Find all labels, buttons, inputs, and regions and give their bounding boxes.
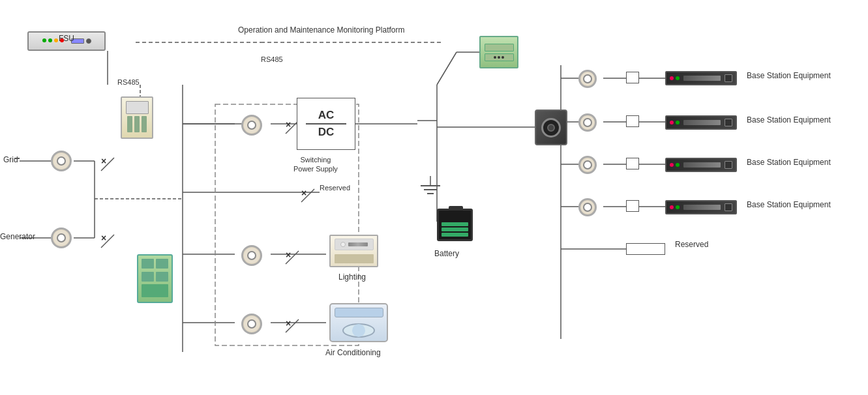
rs485-label-2: RS485 xyxy=(261,55,283,63)
bs2-ct-sensor xyxy=(578,113,597,132)
ac-label: AC xyxy=(318,109,335,122)
rs485-label-1: RS485 xyxy=(117,78,140,86)
bs1-label: Base Station Equipment xyxy=(747,71,831,80)
svg-text:×: × xyxy=(286,318,291,329)
bs2-label: Base Station Equipment xyxy=(747,115,831,124)
bs1-connector xyxy=(626,72,639,83)
fsu-light-green2 xyxy=(48,38,52,42)
rtu-box xyxy=(479,36,518,68)
bs1-light2 xyxy=(676,76,680,80)
svg-text:×: × xyxy=(286,119,291,130)
svg-text:×: × xyxy=(301,188,307,198)
fsu-light-amber xyxy=(54,38,58,42)
air-conditioning-device xyxy=(329,303,388,342)
switching-ct-sensor xyxy=(241,115,262,136)
battery-device xyxy=(437,209,473,244)
bs4-ct-sensor xyxy=(578,198,597,216)
base-station-3 xyxy=(665,158,737,172)
bs2-light xyxy=(670,121,674,124)
battery-label: Battery xyxy=(434,249,459,258)
bs4-connector xyxy=(626,200,639,212)
fsu-device: FSU xyxy=(59,31,74,40)
bs3-connector xyxy=(626,158,639,169)
energy-meter xyxy=(121,96,153,139)
svg-line-47 xyxy=(101,158,114,171)
bs2-light2 xyxy=(676,121,680,124)
bs3-ct-sensor xyxy=(578,156,597,174)
dc-label: DC xyxy=(318,126,335,139)
svg-text:×: × xyxy=(101,156,106,166)
reserved-bs-label: Reserved xyxy=(675,240,708,249)
svg-line-50 xyxy=(286,251,299,264)
svg-line-17 xyxy=(437,52,456,85)
grid-ct-sensor xyxy=(51,151,72,171)
power-monitor xyxy=(535,110,567,145)
svg-line-48 xyxy=(101,235,114,248)
fsu-label: FSU xyxy=(59,34,74,43)
svg-line-51 xyxy=(286,319,299,332)
bs1-light xyxy=(670,76,674,80)
generator-ct-sensor xyxy=(51,227,72,248)
svg-line-52 xyxy=(301,189,314,202)
lighting-device xyxy=(329,235,378,267)
reserved-label-1: Reserved xyxy=(320,184,350,192)
bs1-ct-sensor xyxy=(578,70,597,88)
bs3-label: Base Station Equipment xyxy=(747,158,831,167)
bs3-light xyxy=(670,163,674,167)
generator-label: Generator xyxy=(0,232,35,241)
diagram-container: × × × × × × Operation and Maintenance Mo… xyxy=(0,0,868,395)
switching-ps-box: AC DC xyxy=(297,98,355,150)
bs4-label: Base Station Equipment xyxy=(747,200,831,209)
base-station-2 xyxy=(665,115,737,130)
ac-ct-sensor xyxy=(241,314,262,334)
switching-ps-label: SwitchingPower Supply xyxy=(293,155,338,174)
base-station-4 xyxy=(665,200,737,214)
lighting-label: Lighting xyxy=(338,272,366,282)
bs2-connector xyxy=(626,115,639,127)
air-conditioning-label: Air Conditioning xyxy=(325,348,381,357)
base-station-1 xyxy=(665,71,737,85)
fsu-light-green xyxy=(42,38,46,42)
bs4-light xyxy=(670,205,674,209)
bs3-light2 xyxy=(676,163,680,167)
grid-label: Grid xyxy=(3,155,18,164)
svg-text:×: × xyxy=(101,233,106,243)
monitoring-platform-label: Operation and Maintenance Monitoring Pla… xyxy=(238,25,404,36)
bsr-box xyxy=(626,243,665,255)
lighting-ct-sensor xyxy=(241,245,262,266)
diagram-svg: × × × × × × xyxy=(0,0,868,395)
din-device xyxy=(137,254,173,303)
svg-text:×: × xyxy=(286,250,291,260)
bs4-light2 xyxy=(676,205,680,209)
